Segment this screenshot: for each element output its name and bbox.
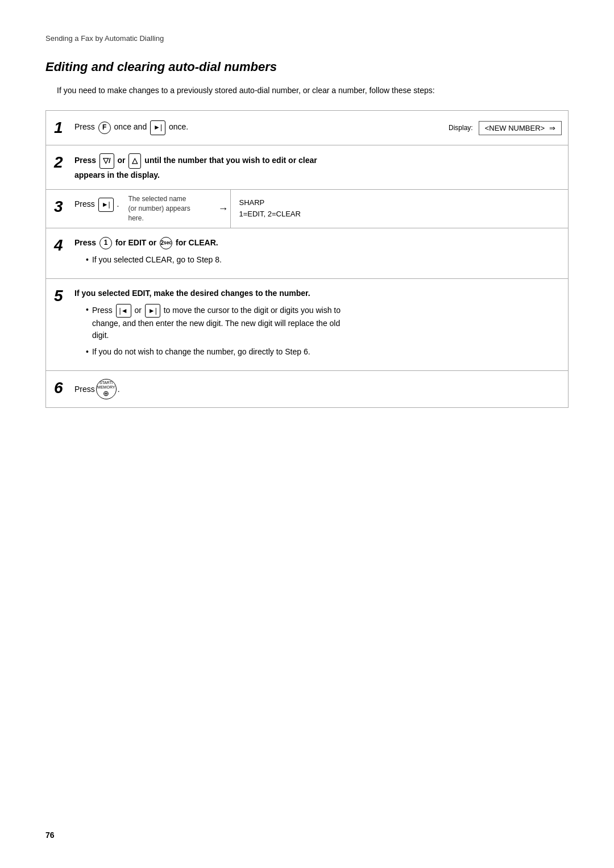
step-4-row: 4 Press 1 for EDIT or 2sec for CLEAR. • … [46, 228, 568, 279]
step-6-number: 6 [46, 371, 71, 407]
step-3-arrow: → [213, 190, 230, 227]
step-3-row: 3 Press ►| . The selected name(or number… [46, 190, 568, 228]
step-5-bullet-2: • If you do not wish to change the numbe… [86, 346, 562, 358]
key-start-memory: START/MEMORY ⊕ [96, 379, 117, 399]
step-4-bullets: • If you selected CLEAR, go to Step 8. [86, 254, 562, 266]
step-2-content: Press ▽/ or △ until the number that you … [71, 145, 568, 189]
page-number: 76 [45, 831, 55, 840]
key-1: 1 [99, 237, 112, 249]
key-F: F [98, 122, 111, 134]
key-2sec: 2sec [160, 237, 172, 249]
step-1-number: 1 [46, 111, 71, 145]
step-3-number: 3 [46, 190, 71, 227]
step-5-content: If you selected EDIT, make the desired c… [71, 279, 568, 370]
step-1-display: Display: <NEW NUMBER> ⇒ [443, 111, 568, 145]
step-4-content: Press 1 for EDIT or 2sec for CLEAR. • If… [71, 228, 568, 278]
step-5-row: 5 If you selected EDIT, make the desired… [46, 279, 568, 371]
page: Sending a Fax by Automatic Dialling Edit… [0, 0, 614, 868]
step-1-row: 1 Press F once and ►| once. Display: <NE… [46, 111, 568, 145]
step-3-content: Press ►| . The selected name(or number) … [71, 190, 568, 227]
step-1-content: Press F once and ►| once. [71, 111, 443, 145]
display-box: <NEW NUMBER> ⇒ [479, 121, 562, 135]
step-4-number: 4 [46, 228, 71, 278]
step-6-press: Press [74, 383, 95, 395]
display-label: Display: [449, 124, 473, 132]
step-3-display-line1: SHARP [239, 197, 325, 209]
key-nav-up: △ [128, 153, 141, 169]
key-right: ►| [145, 304, 160, 318]
step-2-number: 2 [46, 145, 71, 189]
step-3-display: SHARP 1=EDIT, 2=CLEAR [230, 190, 333, 227]
step-5-number: 5 [46, 279, 71, 370]
step-1-text: Press F once and ►| once. [74, 120, 188, 135]
step-4-bullet-1: • If you selected CLEAR, go to Step 8. [86, 254, 562, 266]
step-6-content: Press START/MEMORY ⊕ . [71, 371, 568, 407]
key-nav-right: ►| [150, 120, 165, 135]
key-nav-ok: ►| [98, 198, 114, 212]
step-5-bullet-1: • Press |◄ or ►| to move the cursor to t… [86, 304, 562, 341]
step-6-row: 6 Press START/MEMORY ⊕ . [46, 371, 568, 407]
step-3-display-line2: 1=EDIT, 2=CLEAR [239, 208, 325, 220]
step-5-bullets: • Press |◄ or ►| to move the cursor to t… [86, 304, 562, 358]
step-2-text: Press ▽/ or △ until the number that you … [74, 156, 562, 181]
step-3-press: Press ►| . [71, 190, 122, 227]
step-2-row: 2 Press ▽/ or △ until the number that yo… [46, 145, 568, 190]
intro-text: If you need to make changes to a previou… [57, 85, 569, 97]
section-title: Editing and clearing auto-dial numbers [45, 60, 569, 74]
step-3-middle: The selected name(or number) appearshere… [122, 190, 213, 227]
header-label: Sending a Fax by Automatic Dialling [45, 34, 569, 43]
step-5-main: If you selected EDIT, make the desired c… [74, 287, 562, 299]
key-left: |◄ [116, 304, 131, 318]
step-4-main: Press 1 for EDIT or 2sec for CLEAR. [74, 236, 562, 249]
key-nav-down: ▽/ [99, 153, 114, 169]
display-arrow: ⇒ [549, 124, 555, 132]
steps-container: 1 Press F once and ►| once. Display: <NE… [45, 110, 569, 408]
display-text: <NEW NUMBER> [485, 124, 545, 132]
